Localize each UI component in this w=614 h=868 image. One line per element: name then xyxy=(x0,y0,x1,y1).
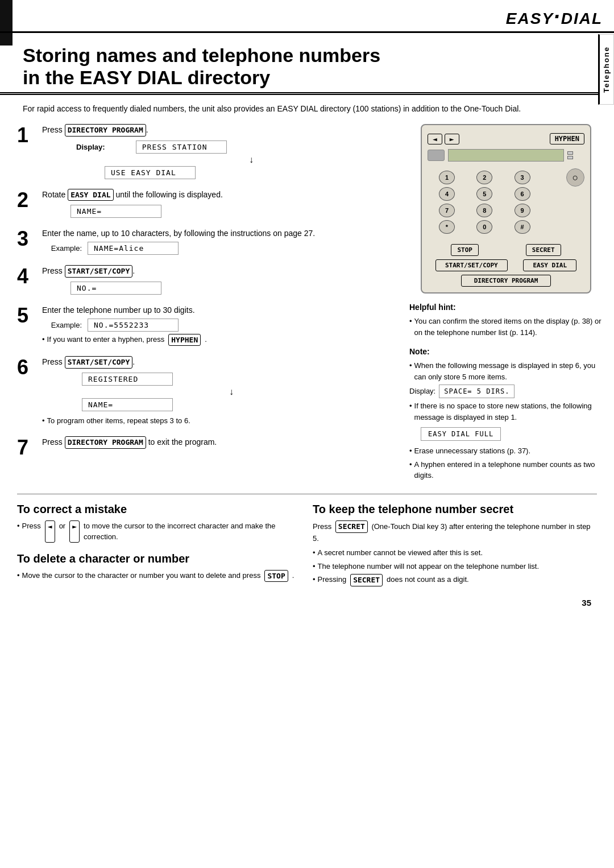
step-5-number: 5 xyxy=(17,304,38,326)
stop-btn-device[interactable]: STOP xyxy=(451,244,479,256)
arrow-left-correct-btn[interactable]: ◄ xyxy=(45,520,55,543)
display-name-eq-6: NAME= xyxy=(82,398,173,411)
display-no-eq: NO.= xyxy=(70,282,161,295)
sidebar-tab: Telephone xyxy=(598,34,614,105)
example-label-3: Example: xyxy=(42,244,82,253)
step-3-number: 3 xyxy=(17,228,38,249)
keep-secret-item-3: Pressing SECRET does not count as a digi… xyxy=(313,574,597,586)
device-keypad: 1 2 3 4 5 6 7 8 9 * 0 # xyxy=(439,171,549,234)
directory-program-btn-1[interactable]: DIRECTORY PROGRAM xyxy=(65,124,146,137)
step-7-content: Press DIRECTORY PROGRAM to exit the prog… xyxy=(42,436,398,451)
arrow-left-btn[interactable]: ◄ xyxy=(428,134,442,144)
note-item-1: When the following message is displayed … xyxy=(409,360,603,382)
key-9[interactable]: 9 xyxy=(515,204,530,217)
keypad-right: ○ xyxy=(566,166,584,187)
delete-char-title: To delete a character or number xyxy=(17,552,301,565)
step-5: 5 Enter the telephone number up to 30 di… xyxy=(17,304,398,349)
directory-program-btn-device[interactable]: DIRECTORY PROGRAM xyxy=(461,275,551,287)
arrow-down-1: ↓ xyxy=(105,155,398,164)
note-display-easy-dial-full: EASY DIAL FULL xyxy=(421,427,501,441)
title-line1: Storing names and telephone numbers xyxy=(23,44,380,66)
key-2[interactable]: 2 xyxy=(476,171,492,184)
keep-secret-item-2: The telephone number will not appear on … xyxy=(313,561,597,572)
key-star[interactable]: * xyxy=(439,220,455,234)
step-5-bullet: If you want to enter a hyphen, press HYP… xyxy=(42,334,398,346)
step-1-content: Press DIRECTORY PROGRAM. Display: PRESS … xyxy=(42,124,398,181)
main-title: Storing names and telephone numbers in t… xyxy=(0,33,614,95)
page-number: 35 xyxy=(0,589,614,612)
keep-secret-intro: Press SECRET (One-Touch Dial key 3) afte… xyxy=(313,520,597,545)
step-4-content: Press START/SET/COPY. NO.= xyxy=(42,265,398,296)
secret-btn-device[interactable]: SECRET xyxy=(526,244,561,256)
secret-btn-keep[interactable]: SECRET xyxy=(335,520,368,534)
key-4[interactable]: 4 xyxy=(439,187,455,201)
step-1-text: Press DIRECTORY PROGRAM. xyxy=(42,124,398,137)
large-round-btn[interactable]: ○ xyxy=(566,168,584,187)
arrow-right-btn[interactable]: ► xyxy=(445,134,459,144)
keep-secret-title: To keep the telephone number secret xyxy=(313,502,597,516)
display-registered: REGISTERED xyxy=(82,373,173,386)
easy-dial-btn-2[interactable]: EASY DIAL xyxy=(68,189,113,201)
step-3-text: Enter the name, up to 10 characters, by … xyxy=(42,228,398,239)
display-press-station: PRESS STATION xyxy=(136,140,227,154)
key-6[interactable]: 6 xyxy=(515,187,530,201)
start-set-copy-btn-6[interactable]: START/SET/COPY xyxy=(65,356,133,369)
step-4: 4 Press START/SET/COPY. NO.= xyxy=(17,265,398,296)
step-2: 2 Rotate EASY DIAL until the following i… xyxy=(17,189,398,220)
step-4-number: 4 xyxy=(17,265,38,287)
key-0[interactable]: 0 xyxy=(476,220,492,234)
display-use-easy-dial: USE EASY DIAL xyxy=(105,166,196,179)
device-bottom-btns: STOP SECRET START/SET/COPY EASY DIAL DIR… xyxy=(428,244,584,287)
note-section: Note: When the following message is disp… xyxy=(409,346,603,481)
bottom-right: To keep the telephone number secret Pres… xyxy=(313,502,597,589)
note-item-4: A hyphen entered in a telephone number c… xyxy=(409,459,603,481)
start-set-copy-btn-4[interactable]: START/SET/COPY xyxy=(65,265,133,278)
step-6: 6 Press START/SET/COPY. REGISTERED ↓ NAM… xyxy=(17,356,398,428)
bottom-left: To correct a mistake Press ◄ or ► to mov… xyxy=(17,502,301,589)
key-8[interactable]: 8 xyxy=(476,204,492,217)
step-6-bullet: To program other items, repeat steps 3 t… xyxy=(42,415,398,427)
step-3-example: Example: NAME=Alice xyxy=(42,242,398,255)
hyphen-btn-device[interactable]: HYPHEN xyxy=(550,133,584,144)
logo: EASY·DIAL xyxy=(506,5,603,29)
secret-btn-pressing[interactable]: SECRET xyxy=(350,574,383,586)
step-5-content: Enter the telephone number up to 30 digi… xyxy=(42,304,398,349)
section-divider xyxy=(17,494,597,494)
key-7[interactable]: 7 xyxy=(439,204,455,217)
helpful-hint-title: Helpful hint: xyxy=(409,301,603,313)
easy-dial-btn-device[interactable]: EASY DIAL xyxy=(523,259,576,271)
step-5-example: Example: NO.=5552233 xyxy=(42,319,398,332)
device-body: ◄ ► HYPHEN xyxy=(421,124,591,294)
step-6-text: Press START/SET/COPY. xyxy=(42,356,398,369)
display-name-alice: NAME=Alice xyxy=(88,242,179,255)
stop-btn-delete[interactable]: STOP xyxy=(264,570,288,582)
right-column: ◄ ► HYPHEN xyxy=(409,124,603,483)
content-area: 1 Press DIRECTORY PROGRAM. Display: PRES… xyxy=(0,124,614,483)
key-1[interactable]: 1 xyxy=(439,171,455,184)
step-2-text: Rotate EASY DIAL until the following is … xyxy=(42,189,398,201)
logo-easy: EASY xyxy=(506,10,554,27)
start-set-copy-btn-device[interactable]: START/SET/COPY xyxy=(435,259,508,271)
device-top-row: ◄ ► HYPHEN xyxy=(428,133,584,144)
device-row-2: START/SET/COPY EASY DIAL xyxy=(428,259,584,271)
helpful-hint-text: You can confirm the stored items on the … xyxy=(409,316,603,338)
arrow-right-correct-btn[interactable]: ► xyxy=(69,520,80,543)
step-2-number: 2 xyxy=(17,189,38,210)
device-row-3: DIRECTORY PROGRAM xyxy=(428,275,584,287)
step-3: 3 Enter the name, up to 10 characters, b… xyxy=(17,228,398,257)
step-2-content: Rotate EASY DIAL until the following is … xyxy=(42,189,398,220)
light-2 xyxy=(567,156,573,159)
display-name-eq: NAME= xyxy=(70,205,161,218)
hyphen-btn-5[interactable]: HYPHEN xyxy=(168,334,201,346)
note-title: Note: xyxy=(409,346,603,358)
device-right-lights xyxy=(567,151,584,159)
key-hash[interactable]: # xyxy=(515,220,530,234)
step-7-number: 7 xyxy=(17,436,38,458)
keep-secret-item-1: A secret number cannot be viewed after t… xyxy=(313,547,597,559)
device-display-area xyxy=(448,149,564,162)
key-3[interactable]: 3 xyxy=(515,171,530,184)
directory-program-btn-7[interactable]: DIRECTORY PROGRAM xyxy=(65,436,146,449)
steps-column: 1 Press DIRECTORY PROGRAM. Display: PRES… xyxy=(17,124,398,483)
note-item-2: If there is no space to store new statio… xyxy=(409,400,603,423)
key-5[interactable]: 5 xyxy=(476,187,492,201)
